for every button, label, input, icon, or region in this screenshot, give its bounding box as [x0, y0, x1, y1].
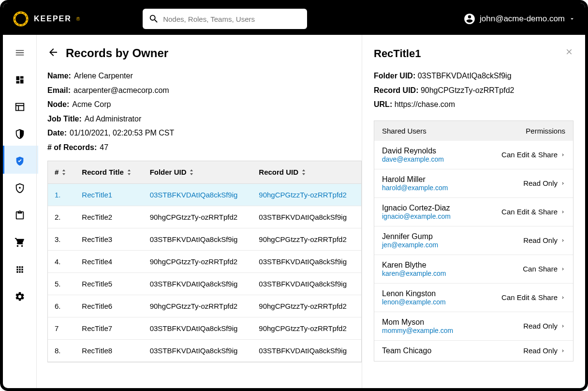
shared-user-name: David Reynolds [382, 147, 444, 155]
shared-user-row: Team ChicagoRead Only [374, 340, 573, 361]
shared-user-name: Lenon Kingston [382, 289, 446, 298]
settings-icon[interactable] [12, 288, 28, 305]
permission-selector[interactable]: Read Only [523, 346, 565, 355]
owner-job: Ad Administrator [85, 112, 141, 126]
account-icon [463, 13, 476, 25]
close-icon [565, 47, 573, 56]
chevron-down-icon [569, 15, 575, 22]
cell-num: 6. [48, 295, 75, 317]
chevron-right-icon [560, 266, 565, 272]
table-row[interactable]: 2.RecTitle290hgCPGtzzTy-ozRRTpfd203STBFK… [48, 206, 361, 228]
table-row[interactable]: 6.RecTitle690hgCPGtzzTy-ozRRTpfd290hgCPG… [48, 295, 361, 317]
cell-title: RecTitle7 [75, 317, 143, 340]
keeper-logo-icon [13, 11, 29, 27]
shield-check-icon[interactable] [12, 153, 28, 169]
detail-panel: RecTitle1 Folder UID: 03STBFKVDAtIQa8ckS… [362, 35, 585, 388]
shared-users-box: Shared Users Permissions David Reynoldsd… [374, 120, 573, 361]
permission-label: Read Only [523, 236, 558, 244]
detail-url: https://chase.com [395, 100, 455, 108]
permission-selector[interactable]: Can Share [523, 265, 565, 273]
cell-num: 5. [48, 273, 75, 295]
permission-selector[interactable]: Can Edit & Share [501, 208, 565, 216]
back-button[interactable] [47, 46, 59, 60]
cell-num: 4. [48, 251, 75, 273]
owner-email-label: Email: [47, 83, 71, 98]
cell-record: 03STBFKVDAtIQa8ckSf9ig [252, 273, 361, 295]
sort-icon [301, 168, 306, 177]
detail-folder: 03STBFKVDAtIQa8ckSf9ig [418, 72, 512, 80]
page-icon[interactable] [12, 99, 28, 115]
table-row[interactable]: 4.RecTitle490hgCPGtzzTy-ozRRTpfd203STBFK… [48, 251, 361, 273]
cell-num: 7 [48, 317, 75, 340]
shared-user-row: Mom Mysonmommy@example.comRead Only [374, 312, 573, 340]
shared-user-name: Karen Blythe [382, 261, 446, 270]
permission-selector[interactable]: Read Only [523, 322, 565, 330]
owner-job-label: Job Title: [47, 112, 82, 126]
table-row[interactable]: 7RecTitle703STBFKVDAtIQa8ckSf9ig90hgCPGt… [48, 317, 361, 340]
shared-user-row: Lenon Kingstonlenon@example.comCan Edit … [374, 283, 573, 312]
account-email: john@acme-demo.com [480, 14, 565, 24]
cell-folder: 90hgCPGtzzTy-ozRRTpfd2 [143, 295, 252, 317]
sort-icon [189, 168, 194, 177]
permission-label: Read Only [523, 322, 558, 330]
search-input[interactable] [163, 15, 301, 23]
cell-num: 3. [48, 228, 75, 251]
records-table: # Record Title Folder UID Record UID 1.R… [47, 161, 362, 363]
shared-user-row: Jennifer Gumpjen@example.comRead Only [374, 226, 573, 255]
brand-logo[interactable]: KEEPER ® [13, 11, 80, 27]
menu-icon[interactable] [12, 45, 28, 61]
cell-title: RecTitle6 [75, 295, 143, 317]
trademark: ® [76, 16, 80, 22]
shared-user-email: harold@example.com [382, 184, 448, 192]
shared-user-name: Team Chicago [382, 346, 431, 355]
owner-count-label: # of Records: [47, 140, 97, 155]
account-menu[interactable]: john@acme-demo.com [463, 13, 575, 25]
table-row[interactable]: 8.RecTitle803STBFKVDAtIQa8ckSf9ig03STBFK… [48, 340, 361, 362]
cell-record: 03STBFKVDAtIQa8ckSf9ig [252, 251, 361, 273]
clipboard-icon[interactable] [12, 207, 28, 224]
owner-date: 01/10/2021, 02:20:53 PM CST [70, 126, 174, 140]
svg-point-2 [19, 187, 21, 189]
col-title[interactable]: Record Title [75, 161, 143, 184]
search-icon [148, 14, 159, 24]
sort-icon [127, 168, 132, 177]
shared-user-row: Karen Blythekaren@example.comCan Share [374, 255, 573, 283]
permission-label: Can Edit & Share [501, 208, 558, 216]
shield-icon[interactable] [12, 126, 28, 142]
close-button[interactable] [565, 47, 573, 58]
sidebar-rail [3, 35, 37, 388]
owner-name: Arlene Carpenter [74, 69, 133, 83]
permission-label: Read Only [523, 179, 558, 187]
permission-label: Can Share [523, 265, 558, 273]
dashboard-icon[interactable] [12, 72, 28, 88]
chevron-right-icon [560, 237, 565, 244]
cell-record: 90hgCPGtzzTy-ozRRTpfd2 [252, 295, 361, 317]
shield-outline-icon[interactable] [12, 180, 28, 196]
table-row[interactable]: 3.RecTitle303STBFKVDAtIQa8ckSf9ig90hgCPG… [48, 228, 361, 251]
detail-title: RecTitle1 [374, 47, 421, 60]
permissions-header: Permissions [526, 127, 565, 135]
permission-selector[interactable]: Can Edit & Share [501, 150, 565, 159]
cell-record: 03STBFKVDAtIQa8ckSf9ig [252, 206, 361, 228]
sort-icon [61, 168, 66, 177]
search-box[interactable] [143, 9, 307, 29]
col-record[interactable]: Record UID [252, 161, 361, 184]
permission-selector[interactable]: Read Only [523, 179, 565, 187]
brand-name: KEEPER [34, 15, 72, 23]
page-title: Records by Owner [66, 46, 168, 60]
chevron-right-icon [560, 347, 565, 354]
permission-label: Can Edit & Share [501, 293, 558, 301]
col-num[interactable]: # [48, 161, 75, 184]
apps-icon[interactable] [12, 261, 28, 278]
table-row[interactable]: 5.RecTitle503STBFKVDAtIQa8ckSf9ig03STBFK… [48, 273, 361, 295]
shared-users-header: Shared Users [382, 127, 426, 135]
main-content: Records by Owner Name:Arlene Carpenter E… [37, 35, 362, 388]
cart-icon[interactable] [12, 234, 28, 251]
arrow-left-icon [47, 46, 59, 58]
col-folder[interactable]: Folder UID [143, 161, 252, 184]
cell-title: RecTitle4 [75, 251, 143, 273]
permission-selector[interactable]: Read Only [523, 236, 565, 244]
permission-selector[interactable]: Can Edit & Share [501, 293, 565, 301]
table-row[interactable]: 1.RecTitle103STBFKVDAtIQa8ckSf9ig90hgCPG… [48, 184, 361, 206]
shared-user-name: Mom Myson [382, 318, 453, 327]
